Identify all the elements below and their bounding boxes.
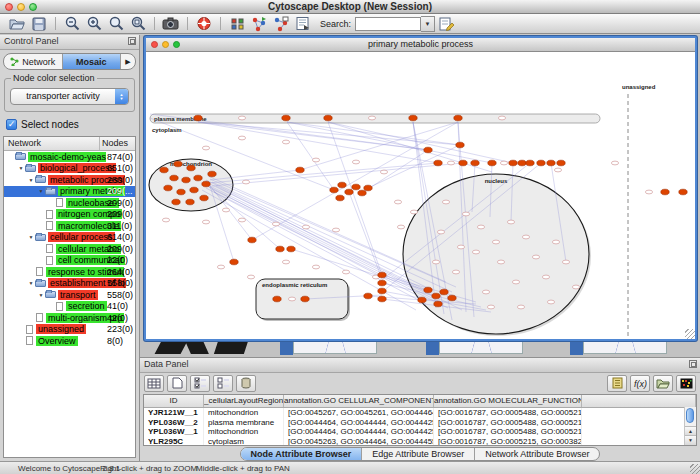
network-node-colored[interactable] bbox=[418, 297, 426, 303]
network-node-colored[interactable] bbox=[182, 177, 190, 183]
network-node-colored[interactable] bbox=[352, 184, 360, 190]
zoom-in-icon[interactable] bbox=[83, 15, 105, 32]
search-dropdown-icon[interactable]: ▼ bbox=[421, 16, 435, 32]
network-node-colored[interactable] bbox=[287, 246, 295, 252]
network-node-colored[interactable] bbox=[324, 115, 332, 121]
network-node[interactable] bbox=[542, 275, 549, 279]
network-node-colored[interactable] bbox=[296, 167, 304, 173]
table-row[interactable]: YPL036W__1mitochondrion[GO:0044464, GO:0… bbox=[144, 427, 696, 437]
network-node-colored[interactable] bbox=[194, 175, 202, 181]
network-node-colored[interactable] bbox=[230, 259, 238, 265]
network-node-colored[interactable] bbox=[456, 142, 464, 148]
tree-row[interactable]: multi-organism pro42(0) bbox=[4, 312, 135, 324]
network-node-colored[interactable] bbox=[164, 185, 172, 191]
network-node-colored[interactable] bbox=[282, 115, 290, 121]
tree-row[interactable]: unassigned223(0) bbox=[4, 324, 135, 336]
network-node-colored[interactable] bbox=[454, 115, 462, 121]
network-node-colored[interactable] bbox=[557, 160, 565, 166]
select-nodes-checkbox[interactable]: ✓ bbox=[6, 119, 17, 130]
tree-row[interactable]: response to stimulu264(0) bbox=[4, 266, 135, 278]
vizmapper-icon[interactable] bbox=[226, 15, 248, 32]
network-node[interactable] bbox=[242, 180, 249, 184]
expand-arrow-icon[interactable]: ▼ bbox=[27, 234, 35, 240]
network-node[interactable] bbox=[202, 220, 209, 224]
tree-row[interactable]: macromolecule311(0) bbox=[4, 220, 135, 232]
network-node-colored[interactable] bbox=[448, 295, 456, 301]
network-node[interactable] bbox=[247, 275, 254, 279]
tree-row[interactable]: ▼primary metabo209(... bbox=[4, 186, 135, 198]
expand-arrow-icon[interactable]: ▼ bbox=[27, 177, 35, 183]
network-node[interactable] bbox=[554, 168, 561, 172]
tree-row[interactable]: cellular metabo209(0) bbox=[4, 243, 135, 255]
zoom-out-icon[interactable] bbox=[61, 15, 83, 32]
tree-row[interactable]: Overview8(0) bbox=[4, 335, 135, 347]
search-input[interactable] bbox=[355, 17, 421, 31]
network-node[interactable] bbox=[611, 161, 618, 165]
zoom-fit-icon[interactable] bbox=[127, 15, 149, 32]
network-node-colored[interactable] bbox=[330, 187, 338, 193]
tree-row[interactable]: ▼establishment of lo558(0) bbox=[4, 278, 135, 290]
network-node[interactable] bbox=[282, 260, 289, 264]
tree-row[interactable]: ▼metabolic process280(0) bbox=[4, 174, 135, 186]
network-node[interactable] bbox=[492, 240, 499, 244]
import-attributes-icon[interactable] bbox=[653, 375, 673, 392]
tree-row[interactable]: mosaic-demo-yeast874(0) bbox=[4, 151, 135, 163]
network-node[interactable] bbox=[238, 116, 245, 120]
network-node-colored[interactable] bbox=[364, 293, 372, 299]
attribute-uncheck-icon[interactable] bbox=[213, 375, 233, 392]
network-node-colored[interactable] bbox=[509, 160, 517, 166]
network-node-colored[interactable] bbox=[301, 296, 309, 302]
network-node[interactable] bbox=[442, 200, 449, 204]
network-node[interactable] bbox=[498, 116, 505, 120]
network-node[interactable] bbox=[572, 285, 579, 289]
tab-network[interactable]: Network bbox=[4, 54, 63, 69]
network-node-colored[interactable] bbox=[679, 189, 687, 195]
network-node[interactable] bbox=[452, 270, 459, 274]
table-row[interactable]: YLR295Ccytoplasm[GO:0045263, GO:0044464,… bbox=[144, 437, 696, 446]
network-node[interactable] bbox=[410, 210, 417, 214]
network-node-colored[interactable] bbox=[345, 189, 353, 195]
tab-edge-attribute-browser[interactable]: Edge Attribute Browser bbox=[362, 448, 475, 460]
network-node-colored[interactable] bbox=[160, 167, 168, 173]
network-node-colored[interactable] bbox=[378, 280, 386, 286]
network-node-colored[interactable] bbox=[177, 189, 185, 195]
app-resize-grip[interactable] bbox=[690, 464, 700, 474]
network-node[interactable] bbox=[312, 265, 319, 269]
network-node-colored[interactable] bbox=[378, 288, 386, 294]
network-node-colored[interactable] bbox=[526, 160, 534, 166]
network-node-colored[interactable] bbox=[338, 182, 346, 188]
open-icon[interactable] bbox=[6, 15, 28, 32]
more-tabs-arrow-icon[interactable]: ▶ bbox=[121, 54, 135, 69]
network-node[interactable] bbox=[352, 160, 359, 164]
network-node-colored[interactable] bbox=[186, 199, 194, 205]
expand-arrow-icon[interactable]: ▼ bbox=[17, 165, 25, 171]
network-node-colored[interactable] bbox=[170, 175, 178, 181]
scrollbar-thumb[interactable] bbox=[686, 408, 694, 423]
network-node[interactable] bbox=[482, 290, 489, 294]
network-node-colored[interactable] bbox=[358, 190, 366, 196]
network-window-titlebar[interactable]: primary metabolic process bbox=[146, 38, 695, 52]
tree-row[interactable]: ▼cellular process614(0) bbox=[4, 232, 135, 244]
column-header[interactable]: annotation.GO MOLECULAR_FUNCTION bbox=[434, 395, 582, 407]
minimize-window-icon[interactable] bbox=[17, 3, 25, 11]
network-node-colored[interactable] bbox=[434, 301, 442, 307]
network-node-colored[interactable] bbox=[187, 165, 195, 171]
tree-row[interactable]: nucleobase-209(0) bbox=[4, 197, 135, 209]
network-node[interactable] bbox=[507, 220, 514, 224]
network-canvas[interactable]: plasma membranecytoplasmmitochondrionnuc… bbox=[146, 52, 695, 339]
network-edge[interactable] bbox=[206, 180, 432, 290]
network-graph[interactable]: plasma membranecytoplasmmitochondrionnuc… bbox=[146, 52, 695, 339]
zoom-view-icon[interactable] bbox=[173, 41, 180, 48]
minimize-view-icon[interactable] bbox=[162, 41, 169, 48]
column-header[interactable]: _cellularLayoutRegion bbox=[204, 395, 284, 407]
network-node[interactable] bbox=[332, 228, 339, 232]
network-node[interactable] bbox=[552, 240, 559, 244]
network-node[interactable] bbox=[462, 212, 469, 216]
network-node[interactable] bbox=[162, 218, 169, 222]
annotation-icon[interactable] bbox=[292, 15, 314, 32]
network-node[interactable] bbox=[477, 225, 484, 229]
tree-row[interactable]: secretion41(0) bbox=[4, 301, 135, 313]
network-edge[interactable] bbox=[368, 145, 460, 188]
network-node[interactable] bbox=[517, 305, 524, 309]
network-node-colored[interactable] bbox=[488, 160, 496, 166]
